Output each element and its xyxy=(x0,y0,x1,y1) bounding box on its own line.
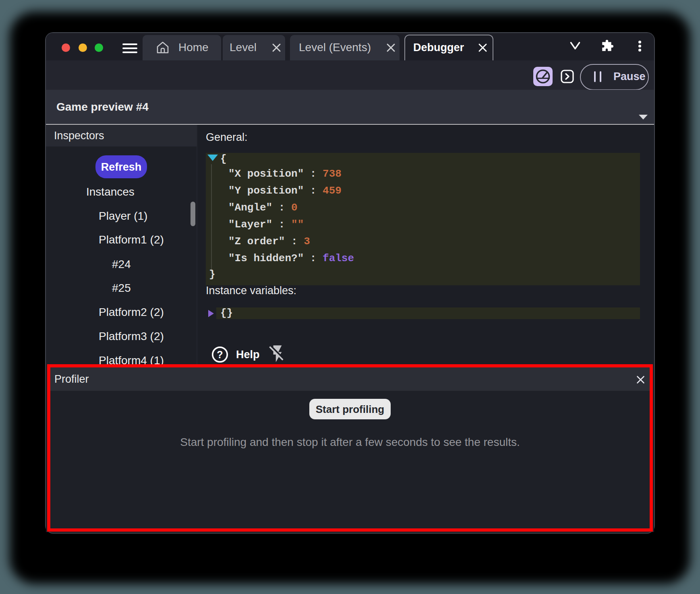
svg-text:?: ? xyxy=(217,349,223,360)
